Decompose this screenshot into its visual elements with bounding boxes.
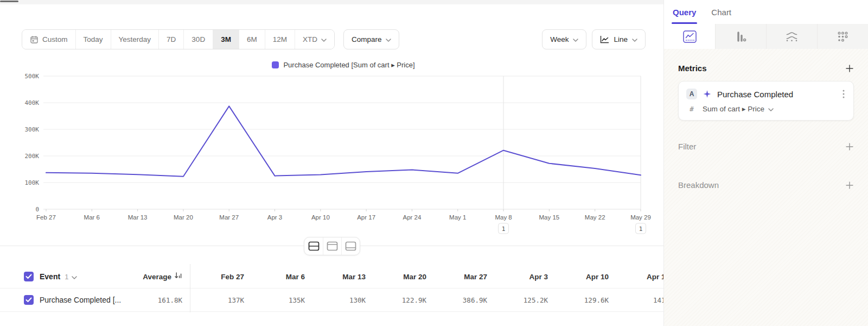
chart-type-tab-flows[interactable]: [766, 24, 817, 49]
range-button-3m[interactable]: 3M: [213, 30, 239, 49]
report-main-area: CustomTodayYesterday7D30D3M6M12MXTD Comp…: [0, 0, 663, 326]
sort-icon[interactable]: [174, 272, 182, 281]
table-view-button[interactable]: [341, 237, 360, 255]
chart-type-tab-funnel-bars[interactable]: [715, 24, 766, 49]
range-button-custom[interactable]: Custom: [22, 30, 76, 49]
x-axis-tick-label: Mar 6: [84, 214, 100, 221]
add-filter-button[interactable]: [845, 142, 854, 151]
chevron-down-icon: [72, 272, 77, 281]
legend-label: Purchase Completed [Sum of cart ▸ Price]: [283, 61, 414, 69]
legend-swatch: [272, 61, 279, 68]
chevron-down-icon: [573, 35, 578, 43]
date-column-header[interactable]: Mar 27: [433, 273, 494, 281]
chart-legend[interactable]: Purchase Completed [Sum of cart ▸ Price]: [46, 61, 641, 69]
average-column-header[interactable]: Average: [136, 272, 190, 281]
plus-icon: [845, 142, 854, 151]
table-cell-value: 135K: [251, 296, 311, 304]
tab-chart[interactable]: Chart: [711, 0, 731, 24]
range-button-30d[interactable]: 30D: [184, 30, 213, 49]
line-chart[interactable]: 0100K200K300K400K500K11Feb 27Mar 6Mar 13…: [0, 71, 663, 239]
x-axis-tick-label: Apr 3: [267, 214, 283, 221]
tab-query[interactable]: Query: [673, 0, 696, 24]
calendar-icon: [30, 35, 39, 44]
metric-name: Purchase Completed: [717, 90, 836, 99]
kebab-menu-icon[interactable]: [841, 89, 846, 99]
row-series-name: Purchase Completed [...: [40, 296, 121, 304]
line-chart-icon: [600, 35, 609, 43]
chart-type-tab-insights-line[interactable]: [664, 24, 715, 49]
x-axis-tick-label: May 29: [630, 214, 651, 221]
compare-button[interactable]: Compare: [343, 29, 400, 49]
top-scrollbar-track[interactable]: [0, 0, 663, 4]
date-column-header[interactable]: Mar 6: [251, 273, 311, 281]
range-button-today[interactable]: Today: [76, 30, 111, 49]
plus-icon: [845, 64, 854, 73]
range-button-6m[interactable]: 6M: [239, 30, 265, 49]
chart-type-tab-row: [664, 24, 868, 49]
metrics-section-title: Metrics: [678, 64, 707, 73]
filter-section-title: Filter: [678, 142, 696, 151]
metric-card[interactable]: A Purchase Completed # Sum of cart ▸ Pri…: [678, 81, 854, 121]
range-label: 3M: [221, 35, 231, 43]
series-line-purchase-completed[interactable]: [46, 106, 641, 176]
range-label: Yesterday: [119, 35, 151, 43]
date-range-segmented-control: CustomTodayYesterday7D30D3M6M12MXTD: [22, 29, 335, 49]
chevron-down-icon: [386, 35, 391, 43]
annotation-count: 1: [502, 225, 506, 233]
x-axis-tick-label: May 8: [495, 214, 512, 221]
metric-letter-badge: A: [686, 89, 697, 99]
layout-toggle-group: [304, 237, 360, 255]
chart-type-line-button[interactable]: Line: [592, 29, 646, 49]
date-column-header[interactable]: Mar 13: [311, 273, 372, 281]
range-button-yesterday[interactable]: Yesterday: [111, 30, 159, 49]
range-label: 6M: [247, 35, 257, 43]
x-axis-tick-label: Apr 24: [403, 214, 422, 221]
range-label: Today: [84, 35, 103, 43]
x-axis-tick-label: Feb 27: [36, 214, 56, 221]
insights-line-icon: [683, 30, 697, 43]
plus-icon: [845, 181, 854, 190]
query-panel: Query Chart Metrics A Purchase Completed…: [663, 0, 868, 326]
table-cell-value: 125.2K: [494, 296, 554, 304]
range-button-12m[interactable]: 12M: [265, 30, 295, 49]
event-header-dropdown[interactable]: Event 1: [40, 272, 77, 281]
table-cell-value: 130K: [311, 296, 372, 304]
range-button-xtd[interactable]: XTD: [295, 30, 334, 49]
range-label: 12M: [273, 35, 287, 43]
date-column-header[interactable]: Mar 20: [372, 273, 433, 281]
row-checkbox[interactable]: [24, 295, 34, 305]
metric-property-dropdown[interactable]: Sum of cart ▸ Price: [703, 104, 774, 113]
date-column-header[interactable]: Apr 3: [494, 273, 554, 281]
chart-view-button[interactable]: [323, 237, 341, 255]
range-label: 7D: [167, 35, 176, 43]
chevron-down-icon: [321, 35, 327, 43]
numeric-type-icon: #: [686, 105, 697, 113]
table-row: Purchase Completed [... 161.8K 137K135K1…: [0, 289, 663, 312]
chart-type-tab-retention-grid[interactable]: [817, 24, 868, 49]
range-label: Custom: [42, 35, 68, 43]
interval-label: Week: [550, 35, 569, 43]
add-metric-button[interactable]: [845, 64, 854, 73]
date-range-toolbar: CustomTodayYesterday7D30D3M6M12MXTD Comp…: [22, 29, 646, 49]
date-column-header[interactable]: Feb 27: [190, 273, 251, 281]
interval-week-button[interactable]: Week: [542, 29, 586, 49]
split-view-button[interactable]: [304, 237, 323, 255]
date-column-header[interactable]: Apr 10: [554, 273, 615, 281]
chart-type-label: Line: [614, 35, 628, 43]
table-cell-value: 129.6K: [554, 296, 615, 304]
table-cell-value: 137K: [190, 296, 251, 304]
x-axis-tick-label: May 15: [539, 214, 560, 221]
row-average-value: 161.8K: [158, 296, 182, 304]
range-button-7d[interactable]: 7D: [159, 30, 184, 49]
chart-view-icon: [327, 241, 338, 251]
average-label: Average: [143, 273, 171, 281]
tab-chart-label: Chart: [711, 8, 731, 17]
results-table: Event 1 Average Feb 27Mar 6Mar 13Mar 20M…: [0, 265, 663, 312]
add-breakdown-button[interactable]: [845, 181, 854, 190]
compare-label: Compare: [352, 35, 382, 43]
date-column-header[interactable]: Apr 17: [615, 273, 663, 281]
select-all-checkbox[interactable]: [24, 272, 34, 281]
range-label: XTD: [303, 35, 317, 43]
tab-query-label: Query: [673, 8, 696, 17]
top-scrollbar-thumb[interactable]: [0, 1, 18, 2]
